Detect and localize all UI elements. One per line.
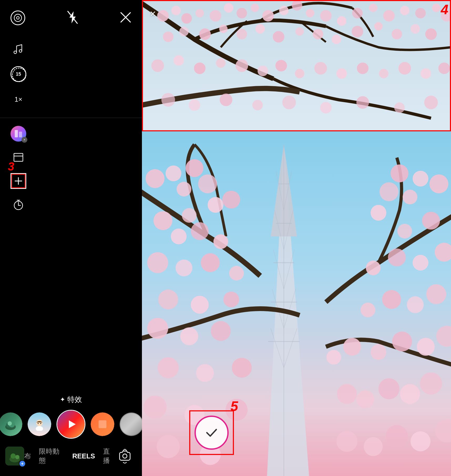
svg-point-133: [147, 318, 168, 339]
svg-point-147: [403, 190, 417, 204]
svg-point-81: [357, 63, 368, 74]
svg-point-47: [320, 10, 332, 22]
zoom-value: 1×: [14, 95, 22, 104]
svg-point-77: [275, 60, 287, 71]
svg-point-173: [386, 425, 408, 447]
svg-point-7: [12, 68, 26, 82]
svg-rect-28: [99, 420, 106, 428]
svg-point-121: [182, 208, 197, 223]
svg-point-80: [336, 68, 347, 79]
filter-button[interactable]: ×: [11, 126, 26, 142]
add-icon: [14, 176, 23, 186]
svg-point-159: [361, 303, 375, 317]
tab-reels[interactable]: REELS: [72, 452, 95, 460]
svg-point-86: [161, 93, 175, 107]
filter-remove-icon[interactable]: ×: [22, 137, 27, 143]
carousel-item-anime[interactable]: [28, 412, 51, 436]
music-button[interactable]: [11, 41, 26, 57]
svg-point-44: [279, 6, 289, 15]
svg-point-50: [369, 4, 377, 12]
svg-point-91: [320, 102, 332, 113]
svg-point-120: [222, 191, 240, 209]
svg-point-1: [17, 17, 19, 19]
svg-point-45: [292, 0, 302, 11]
svg-point-76: [258, 66, 268, 76]
countdown-button[interactable]: [11, 197, 26, 213]
add-clip-button[interactable]: [11, 173, 26, 189]
carousel-item-blur[interactable]: [120, 412, 143, 436]
profile-avatar[interactable]: +: [5, 447, 24, 465]
svg-point-82: [379, 69, 388, 78]
svg-point-69: [411, 24, 420, 34]
svg-point-87: [189, 99, 200, 111]
carousel-item-orange[interactable]: [91, 412, 114, 436]
svg-point-36: [171, 6, 181, 15]
svg-point-123: [171, 229, 187, 244]
top-image-content: × 4: [142, 0, 451, 131]
close-icon: [120, 12, 131, 23]
svg-point-149: [371, 205, 386, 221]
svg-point-135: [211, 321, 231, 341]
add-story-button[interactable]: +: [19, 460, 26, 467]
svg-point-25: [38, 423, 39, 424]
timer-button[interactable]: 15: [11, 66, 26, 82]
tab-layout[interactable]: 布: [24, 452, 31, 461]
settings-button[interactable]: [11, 11, 25, 25]
flash-off-button[interactable]: [67, 11, 78, 25]
carousel-item-reels[interactable]: [57, 410, 85, 439]
svg-point-52: [400, 6, 409, 15]
svg-point-88: [220, 94, 232, 106]
confirm-button[interactable]: [194, 416, 229, 450]
svg-marker-27: [69, 420, 76, 428]
bottom-image-panel: 5: [142, 131, 451, 476]
close-button[interactable]: [120, 12, 131, 24]
svg-point-94: [424, 96, 438, 109]
tab-story[interactable]: 限時動態: [39, 447, 64, 465]
svg-point-134: [180, 327, 198, 345]
zoom-button[interactable]: 1×: [11, 91, 26, 107]
svg-point-5: [14, 51, 17, 54]
svg-point-31: [11, 453, 16, 459]
svg-point-92: [356, 96, 369, 109]
svg-point-174: [364, 437, 383, 456]
svg-point-151: [397, 224, 412, 239]
svg-point-37: [181, 13, 192, 24]
flash-off-icon: [67, 11, 78, 24]
svg-point-168: [378, 378, 399, 399]
right-panel: × 4: [142, 0, 451, 476]
countdown-row: [11, 197, 131, 213]
svg-point-119: [208, 197, 223, 213]
svg-point-161: [417, 338, 435, 356]
svg-point-90: [282, 96, 296, 109]
svg-point-23: [36, 420, 43, 426]
svg-point-74: [216, 58, 226, 68]
left-panel: 15 1× ×: [0, 0, 142, 476]
tools-section: × 3: [0, 118, 142, 220]
svg-point-56: [163, 32, 173, 42]
bottom-image-svg: [142, 131, 451, 476]
svg-point-146: [391, 164, 408, 182]
clip-row: [11, 149, 131, 165]
svg-point-26: [40, 423, 41, 424]
svg-point-51: [383, 10, 395, 22]
svg-point-126: [147, 252, 168, 273]
music-icon: [12, 42, 25, 55]
svg-point-169: [356, 390, 374, 408]
top-image-panel: × 4: [142, 0, 451, 131]
checkmark-icon: [204, 425, 219, 441]
camera-flip-button[interactable]: [116, 447, 134, 465]
svg-point-48: [337, 16, 346, 26]
svg-point-38: [196, 9, 204, 17]
svg-point-40: [224, 3, 233, 13]
svg-point-132: [223, 292, 239, 307]
svg-point-61: [255, 24, 265, 34]
tab-live[interactable]: 直播: [103, 447, 116, 465]
svg-point-130: [158, 289, 178, 309]
svg-point-49: [352, 8, 363, 18]
carousel-item-nature[interactable]: [0, 412, 22, 436]
close-top-button[interactable]: ×: [150, 8, 156, 20]
nav-tabs: 布 限時動態 REELS 直播: [24, 447, 116, 465]
effects-label: ✦ 特效: [60, 395, 82, 405]
svg-point-125: [213, 234, 228, 249]
camera-flip-icon: [117, 449, 132, 463]
